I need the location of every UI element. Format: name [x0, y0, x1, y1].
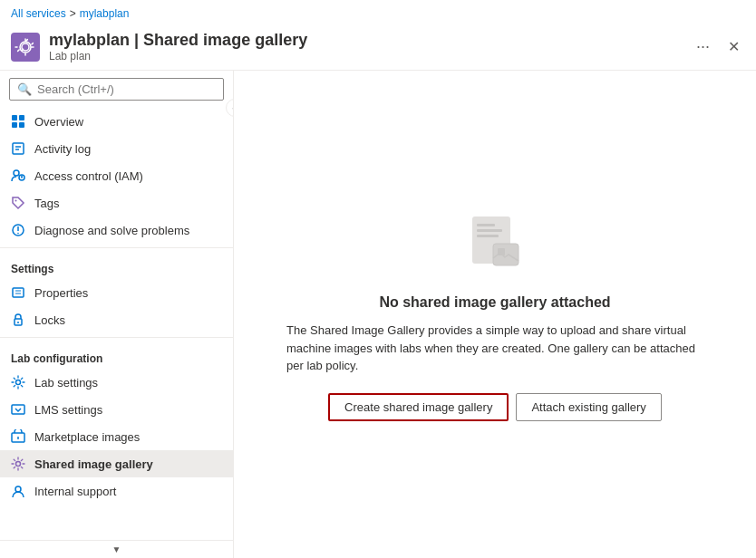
sidebar-item-internal-support[interactable]: Internal support [0, 477, 233, 505]
sidebar-item-lms-settings[interactable]: LMS settings [0, 396, 233, 423]
resource-icon [11, 33, 40, 62]
activity-log-label: Activity log [34, 142, 91, 156]
empty-state: No shared image gallery attached The Sha… [286, 207, 703, 421]
svg-rect-28 [477, 224, 495, 226]
locks-label: Locks [34, 313, 65, 327]
properties-label: Properties [34, 286, 88, 300]
sidebar-item-lab-settings[interactable]: Lab settings [0, 369, 233, 396]
main-layout: 🔍 « Overview [0, 71, 756, 558]
svg-rect-22 [12, 405, 24, 414]
attach-existing-gallery-button[interactable]: Attach existing gallery [516, 393, 661, 421]
svg-rect-29 [477, 229, 502, 232]
empty-state-actions: Create shared image gallery Attach exist… [328, 393, 662, 421]
divider-settings [0, 247, 233, 248]
lab-settings-label: Lab settings [34, 376, 98, 390]
properties-icon [11, 285, 25, 300]
header-titles: mylabplan | Shared image gallery Lab pla… [49, 31, 691, 63]
svg-rect-5 [13, 143, 24, 154]
svg-point-21 [16, 380, 21, 385]
sidebar-item-overview[interactable]: Overview [0, 108, 233, 135]
svg-point-25 [16, 462, 21, 467]
search-icon: 🔍 [17, 82, 32, 96]
empty-state-title: No shared image gallery attached [379, 294, 610, 311]
svg-rect-4 [19, 122, 24, 128]
header-title: mylabplan | Shared image gallery [49, 31, 691, 50]
empty-state-icon [459, 207, 531, 280]
svg-rect-3 [12, 122, 17, 128]
lms-settings-label: LMS settings [34, 403, 102, 417]
sidebar-item-locks[interactable]: Locks [0, 306, 233, 333]
sidebar-item-activity-log[interactable]: Activity log [0, 135, 233, 162]
locks-icon [11, 313, 25, 327]
sidebar-search-container: 🔍 [0, 71, 233, 108]
sidebar-item-tags[interactable]: Tags [0, 189, 233, 216]
empty-state-description: The Shared Image Gallery provides a simp… [286, 322, 703, 375]
header-actions: ··· ✕ [691, 35, 745, 58]
lab-settings-icon [11, 375, 25, 390]
svg-point-26 [15, 486, 21, 492]
svg-rect-16 [13, 288, 24, 297]
svg-point-15 [17, 233, 19, 235]
svg-point-12 [15, 200, 17, 202]
sidebar-item-diagnose[interactable]: Diagnose and solve problems [0, 216, 233, 244]
activity-log-icon [11, 141, 25, 156]
diagnose-label: Diagnose and solve problems [34, 224, 189, 237]
internal-support-label: Internal support [34, 485, 116, 498]
access-control-label: Access control (IAM) [34, 169, 143, 183]
access-control-icon [11, 168, 25, 183]
sidebar-item-access-control[interactable]: Access control (IAM) [0, 162, 233, 189]
svg-rect-1 [12, 115, 17, 120]
header-subtitle: Lab plan [49, 50, 691, 63]
internal-support-icon [11, 484, 25, 498]
tags-label: Tags [34, 197, 59, 210]
divider-lab-config [0, 337, 233, 338]
diagnose-icon [11, 223, 25, 237]
svg-point-8 [14, 170, 19, 176]
shared-image-gallery-icon [11, 457, 25, 471]
create-shared-gallery-button[interactable]: Create shared image gallery [328, 393, 509, 421]
close-button[interactable]: ✕ [722, 36, 745, 57]
scroll-down-indicator: ▼ [112, 544, 121, 554]
page-header: mylabplan | Shared image gallery Lab pla… [0, 27, 756, 71]
sidebar-item-shared-image-gallery[interactable]: Shared image gallery [0, 450, 233, 477]
marketplace-images-label: Marketplace images [34, 430, 140, 444]
lms-settings-icon [11, 402, 25, 417]
svg-rect-30 [477, 235, 499, 237]
breadcrumb: All services > mylabplan [0, 0, 756, 27]
sidebar-item-properties[interactable]: Properties [0, 279, 233, 306]
search-box[interactable]: 🔍 [9, 78, 224, 101]
breadcrumb-separator: > [70, 7, 76, 20]
overview-icon [11, 114, 25, 129]
overview-label: Overview [34, 115, 83, 129]
breadcrumb-current[interactable]: mylabplan [80, 7, 130, 20]
shared-image-gallery-label: Shared image gallery [34, 457, 153, 471]
main-content: No shared image gallery attached The Sha… [234, 71, 756, 558]
breadcrumb-all-services[interactable]: All services [11, 7, 66, 20]
svg-point-20 [17, 322, 19, 323]
sidebar: 🔍 « Overview [0, 71, 234, 558]
search-input[interactable] [37, 82, 216, 96]
lab-config-section-label: Lab configuration [0, 342, 233, 369]
svg-rect-2 [19, 115, 24, 120]
more-options-button[interactable]: ··· [691, 35, 715, 58]
settings-section-label: Settings [0, 252, 233, 279]
marketplace-images-icon [11, 429, 25, 444]
sidebar-nav: Overview Activity log Access control (IA… [0, 108, 233, 540]
sidebar-item-marketplace-images[interactable]: Marketplace images [0, 423, 233, 450]
tags-icon [11, 196, 25, 210]
